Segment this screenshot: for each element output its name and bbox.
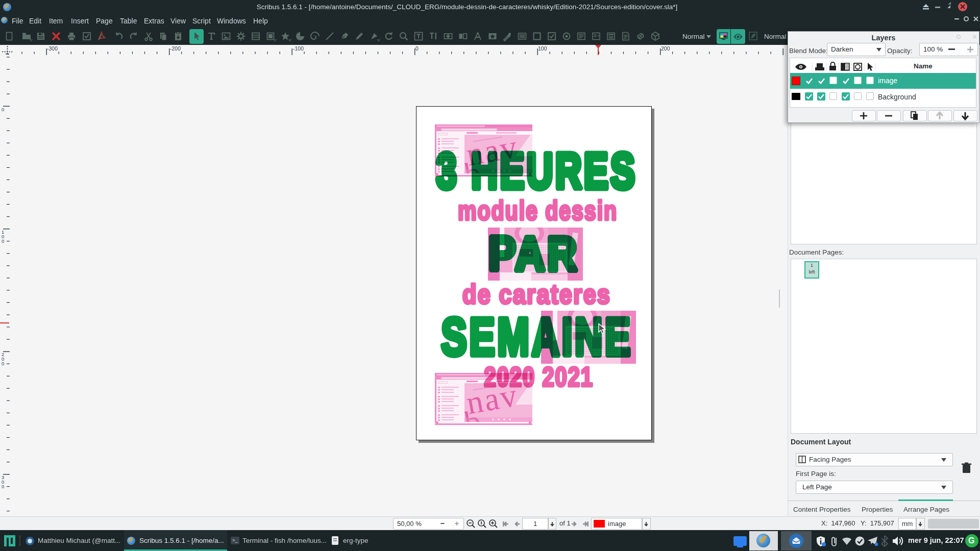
svg-text:module dessin: module dessin	[458, 195, 618, 226]
svg-text:de carateres: de carateres	[462, 279, 611, 309]
svg-text:PAR: PAR	[488, 227, 579, 280]
svg-text:3 HEURES: 3 HEURES	[436, 143, 637, 199]
svg-text:SEMAINE: SEMAINE	[441, 307, 632, 366]
svg-text:2020 2021: 2020 2021	[484, 361, 593, 392]
